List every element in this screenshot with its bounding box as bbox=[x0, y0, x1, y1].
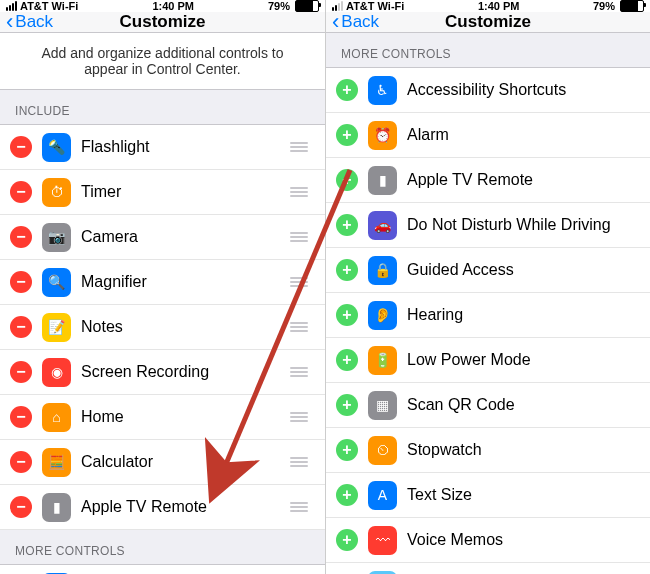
remove-button[interactable]: − bbox=[10, 406, 32, 428]
more-list-left: +♿︎Accessibility Shortcuts bbox=[0, 565, 325, 574]
battery-label: 79% bbox=[268, 0, 290, 12]
remove-button[interactable]: − bbox=[10, 136, 32, 158]
flashlight-icon: 🔦 bbox=[42, 133, 71, 162]
drag-handle-icon[interactable] bbox=[288, 232, 310, 242]
drag-handle-icon[interactable] bbox=[288, 502, 310, 512]
remove-button[interactable]: − bbox=[10, 316, 32, 338]
timer-icon: ⏱ bbox=[42, 178, 71, 207]
battery-icon bbox=[295, 0, 319, 12]
row-label: Voice Memos bbox=[407, 531, 635, 549]
wallet-icon: 💳 bbox=[368, 571, 397, 575]
remove-button[interactable]: − bbox=[10, 226, 32, 248]
row-label: Guided Access bbox=[407, 261, 635, 279]
back-button[interactable]: ‹ Back bbox=[332, 11, 379, 33]
list-row[interactable]: +🔋Low Power Mode bbox=[326, 338, 650, 383]
list-row[interactable]: +♿︎Accessibility Shortcuts bbox=[326, 68, 650, 113]
drag-handle-icon[interactable] bbox=[288, 457, 310, 467]
add-button[interactable]: + bbox=[336, 529, 358, 551]
notes-icon: 📝 bbox=[42, 313, 71, 342]
text-icon: A bbox=[368, 481, 397, 510]
list-row[interactable]: +▮Apple TV Remote bbox=[326, 158, 650, 203]
list-row[interactable]: +AText Size bbox=[326, 473, 650, 518]
list-row[interactable]: +▦Scan QR Code bbox=[326, 383, 650, 428]
row-label: Text Size bbox=[407, 486, 635, 504]
row-label: Magnifier bbox=[81, 273, 278, 291]
list-row[interactable]: +〰Voice Memos bbox=[326, 518, 650, 563]
list-row[interactable]: −⌂Home bbox=[0, 395, 325, 440]
add-button[interactable]: + bbox=[336, 259, 358, 281]
row-label: Timer bbox=[81, 183, 278, 201]
row-label: Camera bbox=[81, 228, 278, 246]
list-row[interactable]: −📷Camera bbox=[0, 215, 325, 260]
drag-handle-icon[interactable] bbox=[288, 142, 310, 152]
add-button[interactable]: + bbox=[336, 124, 358, 146]
chevron-left-icon: ‹ bbox=[332, 11, 339, 33]
list-row[interactable]: +👂Hearing bbox=[326, 293, 650, 338]
access-icon: ♿︎ bbox=[368, 76, 397, 105]
home-icon: ⌂ bbox=[42, 403, 71, 432]
list-row[interactable]: +⏰Alarm bbox=[326, 113, 650, 158]
add-button[interactable]: + bbox=[336, 304, 358, 326]
nav-bar: ‹ Back Customize bbox=[0, 12, 325, 33]
row-label: Hearing bbox=[407, 306, 635, 324]
section-header-more: MORE CONTROLS bbox=[0, 530, 325, 565]
row-label: Do Not Disturb While Driving bbox=[407, 216, 635, 234]
remote-icon: ▮ bbox=[42, 493, 71, 522]
list-row[interactable]: +⏲Stopwatch bbox=[326, 428, 650, 473]
screen-right: AT&T Wi-Fi 1:40 PM 79% ‹ Back Customize … bbox=[325, 0, 650, 574]
section-header-include: INCLUDE bbox=[0, 90, 325, 125]
screen-left: AT&T Wi-Fi 1:40 PM 79% ‹ Back Customize … bbox=[0, 0, 325, 574]
list-row[interactable]: −◉Screen Recording bbox=[0, 350, 325, 395]
remove-button[interactable]: − bbox=[10, 361, 32, 383]
list-row[interactable]: −▮Apple TV Remote bbox=[0, 485, 325, 530]
stopwatch-icon: ⏲ bbox=[368, 436, 397, 465]
drag-handle-icon[interactable] bbox=[288, 187, 310, 197]
remove-button[interactable]: − bbox=[10, 181, 32, 203]
battery-label: 79% bbox=[593, 0, 615, 12]
ear-icon: 👂 bbox=[368, 301, 397, 330]
remove-button[interactable]: − bbox=[10, 496, 32, 518]
record-icon: ◉ bbox=[42, 358, 71, 387]
battery-icon: 🔋 bbox=[368, 346, 397, 375]
clock-label: 1:40 PM bbox=[478, 0, 520, 12]
drag-handle-icon[interactable] bbox=[288, 412, 310, 422]
list-row[interactable]: −🔍Magnifier bbox=[0, 260, 325, 305]
list-row[interactable]: −🧮Calculator bbox=[0, 440, 325, 485]
list-row[interactable]: +🔒Guided Access bbox=[326, 248, 650, 293]
row-label: Scan QR Code bbox=[407, 396, 635, 414]
add-button[interactable]: + bbox=[336, 394, 358, 416]
add-button[interactable]: + bbox=[336, 484, 358, 506]
drag-handle-icon[interactable] bbox=[288, 322, 310, 332]
add-button[interactable]: + bbox=[336, 169, 358, 191]
add-button[interactable]: + bbox=[336, 349, 358, 371]
list-row[interactable]: +💳Wallet bbox=[326, 563, 650, 574]
row-label: Alarm bbox=[407, 126, 635, 144]
list-row[interactable]: +♿︎Accessibility Shortcuts bbox=[0, 565, 325, 574]
list-row[interactable]: −⏱Timer bbox=[0, 170, 325, 215]
list-row[interactable]: −📝Notes bbox=[0, 305, 325, 350]
page-description: Add and organize additional controls to … bbox=[0, 33, 325, 90]
row-label: Apple TV Remote bbox=[407, 171, 635, 189]
add-button[interactable]: + bbox=[336, 439, 358, 461]
add-button[interactable]: + bbox=[336, 214, 358, 236]
back-button[interactable]: ‹ Back bbox=[6, 11, 53, 33]
dnd-icon: 🚗 bbox=[368, 211, 397, 240]
list-row[interactable]: +🚗Do Not Disturb While Driving bbox=[326, 203, 650, 248]
drag-handle-icon[interactable] bbox=[288, 367, 310, 377]
qr-icon: ▦ bbox=[368, 391, 397, 420]
row-label: Calculator bbox=[81, 453, 278, 471]
list-row[interactable]: −🔦Flashlight bbox=[0, 125, 325, 170]
add-button[interactable]: + bbox=[336, 79, 358, 101]
drag-handle-icon[interactable] bbox=[288, 277, 310, 287]
calc-icon: 🧮 bbox=[42, 448, 71, 477]
include-list: −🔦Flashlight−⏱Timer−📷Camera−🔍Magnifier−📝… bbox=[0, 125, 325, 530]
section-header-more: MORE CONTROLS bbox=[326, 33, 650, 68]
back-label: Back bbox=[341, 12, 379, 32]
remove-button[interactable]: − bbox=[10, 271, 32, 293]
remove-button[interactable]: − bbox=[10, 451, 32, 473]
back-label: Back bbox=[15, 12, 53, 32]
row-label: Home bbox=[81, 408, 278, 426]
remote-icon: ▮ bbox=[368, 166, 397, 195]
row-label: Screen Recording bbox=[81, 363, 278, 381]
magnifier-icon: 🔍 bbox=[42, 268, 71, 297]
